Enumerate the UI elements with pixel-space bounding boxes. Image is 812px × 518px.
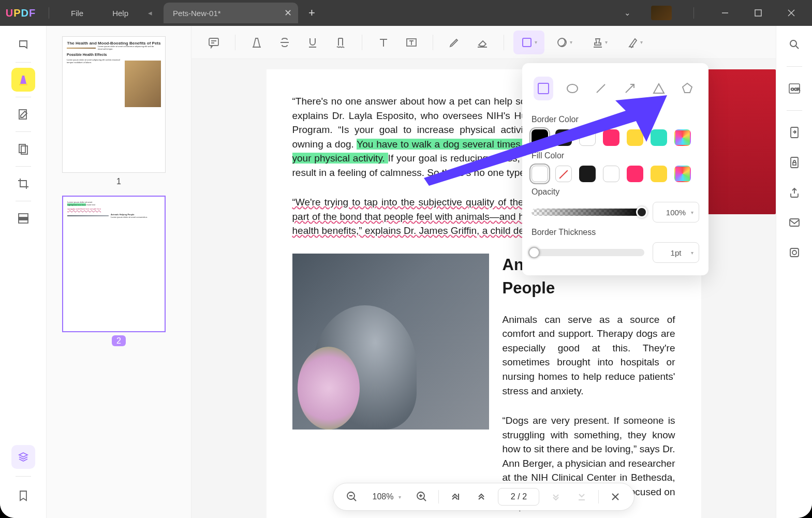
page-control-bar: 108% 2 / 2: [333, 483, 635, 511]
minimize-icon[interactable]: [716, 4, 734, 22]
document-image-cat: [292, 254, 489, 430]
highlight-icon[interactable]: [245, 31, 269, 54]
edit-mode-icon[interactable]: [11, 102, 35, 126]
tab-title: Pets-New-01*: [173, 9, 221, 18]
shapes-button[interactable]: [513, 31, 544, 54]
export-icon[interactable]: [784, 122, 805, 143]
svg-rect-24: [791, 127, 798, 138]
textbox-icon[interactable]: [400, 31, 423, 54]
shape-arrow[interactable]: [620, 77, 640, 100]
organize-pages-icon[interactable]: [11, 137, 35, 161]
new-tab-button[interactable]: +: [308, 6, 315, 20]
document-tab[interactable]: ◂ Pets-New-01* ✕: [164, 3, 298, 23]
border-swatch-custom[interactable]: [674, 129, 691, 146]
svg-point-21: [790, 40, 796, 47]
svg-rect-26: [793, 162, 796, 165]
border-color-label: Border Color: [532, 115, 699, 124]
fill-swatch-custom[interactable]: [674, 166, 691, 182]
email-icon[interactable]: [784, 212, 805, 233]
close-bar-button[interactable]: [606, 487, 625, 506]
svg-rect-27: [790, 219, 799, 226]
opacity-value[interactable]: 100%: [653, 202, 699, 223]
thickness-value[interactable]: 1pt: [653, 242, 699, 263]
next-page-button[interactable]: [547, 487, 565, 506]
svg-point-19: [567, 84, 578, 93]
shape-rectangle[interactable]: [534, 77, 553, 100]
thumbnail-page-2[interactable]: Lorem ipsum dolor sit amet highlighted t…: [62, 196, 166, 332]
zoom-value[interactable]: 108%: [368, 492, 406, 501]
border-swatch-dark[interactable]: [555, 129, 572, 146]
page-number-1: 1: [62, 177, 175, 186]
text-icon[interactable]: [372, 31, 395, 54]
opacity-label: Opacity: [532, 187, 699, 197]
thickness-label: Border Thickness: [532, 228, 699, 237]
shape-oval[interactable]: [563, 77, 582, 100]
redact-icon[interactable]: [11, 206, 35, 230]
last-page-button[interactable]: [572, 487, 591, 506]
fill-color-label: Fill Color: [532, 151, 699, 160]
stamp-button[interactable]: [584, 31, 615, 54]
shape-triangle[interactable]: [649, 77, 669, 100]
opacity-slider[interactable]: [532, 209, 644, 216]
border-swatch-teal[interactable]: [651, 129, 667, 146]
close-window-icon[interactable]: [782, 4, 801, 22]
signature-button[interactable]: [619, 31, 650, 54]
thumbnails-panel: The Health and Mood-Boosting Benefits of…: [47, 26, 191, 518]
svg-rect-9: [19, 217, 28, 220]
share-icon[interactable]: [784, 182, 805, 203]
svg-rect-28: [790, 248, 799, 257]
shape-polygon[interactable]: [677, 77, 697, 100]
squiggly-icon[interactable]: [329, 31, 352, 54]
menu-file[interactable]: File: [56, 9, 98, 18]
fill-swatch-white[interactable]: [603, 166, 619, 182]
strikethrough-icon[interactable]: [273, 31, 297, 54]
zoom-out-button[interactable]: [343, 487, 361, 506]
sticker-button[interactable]: [549, 31, 580, 54]
svg-line-20: [597, 84, 605, 93]
account-avatar[interactable]: [651, 6, 672, 20]
border-swatch-white[interactable]: [579, 129, 596, 146]
thickness-slider[interactable]: [532, 249, 644, 256]
reader-mode-icon[interactable]: [11, 33, 35, 57]
border-swatch-yellow[interactable]: [627, 129, 643, 146]
comment-mode-icon[interactable]: [11, 68, 35, 92]
fill-swatch-transparent[interactable]: [555, 166, 572, 182]
underline-icon[interactable]: [301, 31, 324, 54]
page-input[interactable]: 2 / 2: [498, 488, 539, 506]
shape-line[interactable]: [591, 77, 611, 100]
fill-swatch-pink[interactable]: [627, 166, 643, 182]
left-rail: [0, 26, 47, 518]
menu-help[interactable]: Help: [98, 9, 143, 18]
right-rail: OCR: [776, 26, 812, 518]
chevron-down-icon[interactable]: ⌄: [618, 4, 637, 22]
first-page-button[interactable]: [446, 487, 465, 506]
eraser-icon[interactable]: [470, 31, 494, 54]
maximize-icon[interactable]: [749, 4, 767, 22]
border-swatch-pink[interactable]: [603, 129, 619, 146]
fill-swatch-none[interactable]: [532, 166, 548, 182]
thumbnail-page-1[interactable]: The Health and Mood-Boosting Benefits of…: [62, 36, 166, 173]
ocr-icon[interactable]: OCR: [784, 78, 805, 99]
app-logo: UPDF: [0, 7, 41, 19]
fill-swatch-black[interactable]: [579, 166, 596, 182]
svg-text:OCR: OCR: [791, 87, 800, 92]
crop-icon[interactable]: [11, 172, 35, 196]
print-icon[interactable]: [784, 242, 805, 263]
layers-icon[interactable]: [11, 445, 35, 469]
bookmark-icon[interactable]: [11, 484, 35, 508]
pencil-icon[interactable]: [442, 31, 466, 54]
search-icon[interactable]: [784, 34, 805, 55]
prev-page-button[interactable]: [472, 487, 491, 506]
protect-icon[interactable]: [784, 152, 805, 173]
shapes-popup: Border Color Fill Color Opacity: [522, 63, 708, 275]
svg-rect-10: [209, 38, 218, 46]
fill-swatch-yellow[interactable]: [651, 166, 667, 182]
zoom-in-button[interactable]: [412, 487, 431, 506]
border-swatch-black[interactable]: [532, 129, 548, 146]
svg-rect-12: [523, 38, 531, 47]
close-tab-icon[interactable]: ✕: [284, 7, 292, 19]
page-number-2: 2: [62, 336, 175, 346]
svg-rect-1: [755, 10, 761, 16]
note-icon[interactable]: [202, 31, 226, 54]
svg-rect-18: [538, 83, 549, 94]
